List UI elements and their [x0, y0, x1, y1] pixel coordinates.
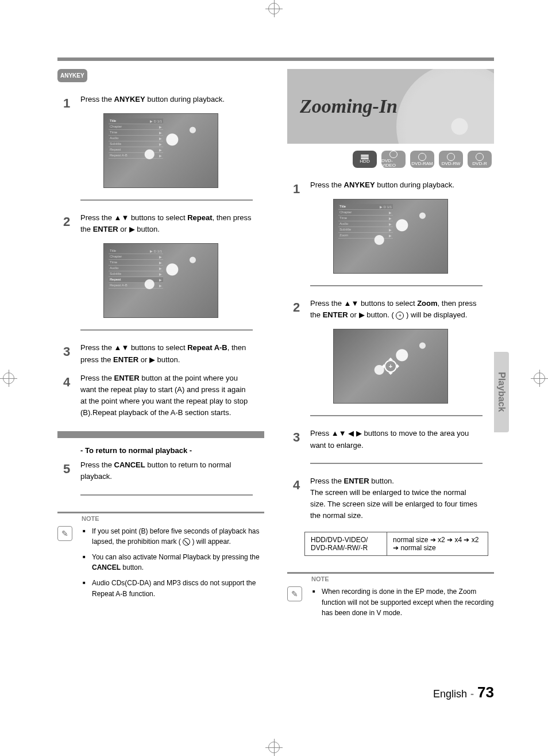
right-notes: When recording is done in the EP mode, t…: [312, 586, 494, 623]
crop-mark-bottom: [265, 739, 283, 756]
step-number: 1: [293, 179, 300, 199]
media-badges: HDDDVD-VIDEODVD-RAMDVD-RWDVD-R: [287, 151, 492, 168]
right-step1: 1 Press the ANYKEY button during playbac…: [310, 179, 483, 191]
separator: [80, 199, 253, 201]
step-number: 3: [293, 428, 300, 447]
zoom-sequence-table: HDD/DVD-VIDEO/ DVD-RAM/-RW/-R normal siz…: [304, 532, 488, 556]
prohibition-icon: [183, 538, 190, 546]
left-step2: 2 Press the ▲▼ buttons to select Repeat,…: [80, 212, 253, 235]
page-footer: English - 73: [433, 684, 494, 701]
separator: [310, 415, 483, 416]
section-title: Zooming-In: [300, 95, 398, 117]
right-step2: 2 Press the ▲▼ buttons to select Zoom, t…: [310, 298, 483, 321]
pencil-icon: ✎: [287, 586, 302, 601]
step-number: 4: [63, 373, 70, 392]
note-item: If you set point (B) before five seconds…: [83, 526, 264, 547]
media-badge-hdd: HDD: [353, 151, 377, 168]
top-rule: [57, 57, 494, 61]
right-column: Zooming-In HDDDVD-VIDEODVD-RAMDVD-RWDVD-…: [287, 69, 494, 623]
note-label: NOTE: [311, 575, 329, 582]
note-label: NOTE: [82, 515, 99, 522]
footer-language: English: [433, 688, 467, 700]
osd-menu: Title▶ D 1/1Chapter▶ Time▶ Audio▶ Subtit…: [109, 248, 163, 289]
zoom-cursor-icon: +: [396, 312, 404, 320]
media-badge-dvd-r: DVD-R: [468, 151, 492, 168]
page-number: 73: [477, 684, 494, 701]
left-notes: If you set point (B) before five seconds…: [83, 526, 264, 604]
pencil-icon: ✎: [57, 526, 72, 541]
step-number: 4: [293, 475, 300, 495]
osd-menu: Title▶ D 1/1Chapter▶ Time▶ Audio▶ Subtit…: [109, 118, 163, 159]
screenshot-menu-1: Title▶ D 1/1Chapter▶ Time▶ Audio▶ Subtit…: [103, 113, 218, 188]
left-step3: 3 Press the ▲▼ buttons to select Repeat …: [80, 342, 253, 365]
step-number: 5: [63, 459, 70, 479]
left-step1: 1 Press the ANYKEY button during playbac…: [80, 94, 253, 105]
note-item: When recording is done in the EP mode, t…: [312, 586, 494, 619]
thick-divider: [57, 431, 264, 438]
step-number: 3: [63, 342, 70, 362]
screenshot-menu-2: Title▶ D 1/1Chapter▶ Time▶ Audio▶ Subtit…: [103, 243, 218, 318]
note-item: Audio CDs(CD-DA) and MP3 discs do not su…: [83, 578, 264, 599]
crop-mark-top: [265, 0, 283, 17]
right-step3: 3 Press ▲▼ ◀ ▶ buttons to move to the ar…: [310, 428, 483, 451]
separator: [310, 285, 483, 286]
left-step4: 4 Press the ENTER button at the point wh…: [80, 373, 253, 419]
media-badge-dvd-video: DVD-VIDEO: [381, 151, 406, 168]
side-tab-playback: Playback: [494, 352, 509, 432]
left-note-box: NOTE ✎ If you set point (B) before five …: [57, 512, 264, 604]
right-step4: 4 Press the ENTER button. The screen wil…: [310, 475, 483, 522]
screenshot-menu-zoom-1: Title▶ D 1/1Chapter▶ Time▶ Audio▶ Subtit…: [333, 199, 448, 274]
zoom-cursor-overlay: +: [384, 360, 397, 373]
right-note-box: NOTE ✎ When recording is done in the EP …: [287, 572, 494, 623]
note-item: You can also activate Normal Playback by…: [83, 552, 264, 573]
left-column: ANYKEY 1 Press the ANYKEY button during …: [57, 69, 264, 623]
crop-mark-left: [0, 370, 17, 387]
step-number: 2: [63, 212, 70, 232]
osd-menu: Title▶ D 1/1Chapter▶ Time▶ Audio▶ Subtit…: [338, 204, 393, 239]
separator: [80, 494, 253, 496]
media-badge-dvd-rw: DVD-RW: [439, 151, 463, 168]
crop-mark-right: [531, 370, 548, 387]
left-step5: 5 Press the CANCEL button to return to n…: [80, 459, 253, 482]
separator: [310, 463, 483, 464]
media-badge-dvd-ram: DVD-RAM: [410, 151, 434, 168]
separator: [80, 329, 253, 331]
step-number: 2: [293, 298, 300, 317]
cancel-heading: - To return to normal playback -: [80, 446, 264, 455]
anykey-label: ANYKEY: [114, 95, 145, 103]
zoom-table-media: HDD/DVD-VIDEO/ DVD-RAM/-RW/-R: [305, 532, 387, 555]
disc-art-icon: [396, 69, 494, 144]
step-number: 1: [63, 94, 70, 113]
zoom-table-sequence: normal size ➔ x2 ➔ x4 ➔ x2 ➔ normal size: [387, 532, 488, 555]
anykey-badge: ANYKEY: [57, 69, 87, 82]
page-content: ANYKEY 1 Press the ANYKEY button during …: [57, 57, 494, 701]
section-header: Zooming-In: [287, 69, 494, 144]
footer-dash: -: [470, 688, 474, 700]
screenshot-zoom-cursor: +: [333, 329, 448, 404]
